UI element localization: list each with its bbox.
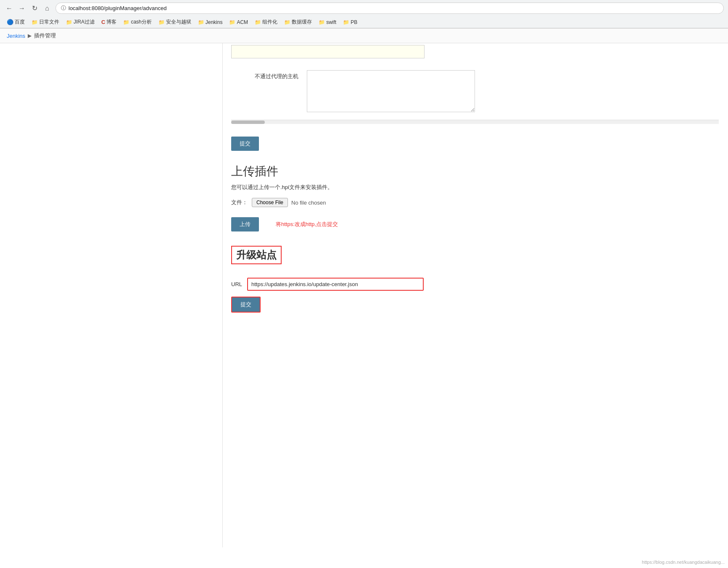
bookmark-daily-label: 日常文件 bbox=[39, 18, 59, 26]
bookmark-acm[interactable]: 📁 ACM bbox=[227, 18, 251, 26]
bookmark-components[interactable]: 📁 组件化 bbox=[252, 18, 280, 26]
upload-plugin-description: 您可以通过上传一个.hpi文件来安装插件。 bbox=[231, 184, 719, 191]
url-text: localhost:8080/pluginManager/advanced bbox=[69, 5, 166, 11]
folder-icon-cache: 📁 bbox=[284, 19, 290, 25]
forward-button[interactable]: → bbox=[17, 3, 27, 13]
nav-bar: ← → ↻ ⌂ ⓘ localhost:8080/pluginManager/a… bbox=[0, 0, 728, 16]
bookmark-components-label: 组件化 bbox=[262, 18, 277, 26]
choose-file-button[interactable]: Choose File bbox=[252, 198, 288, 207]
bookmark-cache-label: 数据缓存 bbox=[292, 18, 312, 26]
folder-icon-cash: 📁 bbox=[123, 19, 129, 25]
folder-icon-acm: 📁 bbox=[229, 19, 235, 25]
proxy-row: 不通过代理的主机 bbox=[231, 67, 719, 116]
file-label: 文件： bbox=[231, 199, 248, 206]
main-container: 不通过代理的主机 提交 上传插件 您可以通过上传一个.hpi文件来安装插件。 文… bbox=[0, 43, 728, 547]
folder-icon-components: 📁 bbox=[255, 19, 261, 25]
bookmark-security-label: 安全与越狱 bbox=[166, 18, 191, 26]
file-input-row: 文件： Choose File No file chosen bbox=[231, 198, 719, 207]
bookmark-acm-label: ACM bbox=[237, 19, 248, 25]
proxy-textarea[interactable] bbox=[307, 70, 475, 112]
bookmark-cash-label: cash分析 bbox=[131, 18, 151, 26]
upgrade-site-section: 升级站点 URL 提交 bbox=[231, 246, 719, 313]
bookmark-pb-label: PB bbox=[351, 19, 357, 25]
proxy-submit-button[interactable]: 提交 bbox=[231, 137, 259, 151]
csdn-icon: C bbox=[101, 19, 105, 25]
bookmark-baidu-label: 百度 bbox=[15, 18, 25, 26]
bookmarks-bar: 🔵 百度 📁 日常文件 📁 JIRA过滤 C 博客 📁 cash分析 📁 安全与… bbox=[0, 16, 728, 28]
bookmark-blog[interactable]: C 博客 bbox=[99, 18, 119, 26]
nav-icons: ← → ↻ ⌂ bbox=[4, 3, 52, 13]
no-file-text: No file chosen bbox=[291, 200, 326, 206]
left-panel bbox=[0, 43, 223, 547]
top-input-area bbox=[231, 43, 719, 63]
bookmark-blog-label: 博客 bbox=[106, 18, 116, 26]
upload-plugin-section: 上传插件 您可以通过上传一个.hpi文件来安装插件。 文件： Choose Fi… bbox=[231, 163, 719, 236]
horizontal-scrollbar[interactable] bbox=[231, 120, 719, 124]
breadcrumb-separator: ▶ bbox=[28, 33, 32, 39]
bookmark-swift-label: swift bbox=[326, 19, 336, 25]
bookmark-jenkins-label: Jenkins bbox=[206, 19, 223, 25]
proxy-submit-area: 提交 bbox=[231, 132, 719, 155]
top-input-field[interactable] bbox=[231, 45, 425, 58]
lock-icon: ⓘ bbox=[61, 5, 66, 12]
baidu-icon: 🔵 bbox=[7, 19, 13, 25]
file-input-wrapper: Choose File No file chosen bbox=[252, 198, 326, 207]
bookmark-pb[interactable]: 📁 PB bbox=[340, 18, 360, 26]
folder-icon-security: 📁 bbox=[158, 19, 165, 25]
home-button[interactable]: ⌂ bbox=[42, 3, 52, 13]
upload-button[interactable]: 上传 bbox=[231, 217, 259, 231]
bookmark-security[interactable]: 📁 安全与越狱 bbox=[156, 18, 194, 26]
bookmark-swift[interactable]: 📁 swift bbox=[316, 18, 339, 26]
upload-button-row: 上传 将https:改成http,点击提交 bbox=[231, 213, 719, 236]
breadcrumb-plugin-manager: 插件管理 bbox=[34, 32, 56, 39]
upload-annotation: 将https:改成http,点击提交 bbox=[276, 221, 338, 228]
folder-icon-pb: 📁 bbox=[343, 19, 349, 25]
upgrade-title-wrapper: 升级站点 bbox=[231, 246, 719, 271]
folder-icon-swift: 📁 bbox=[319, 19, 325, 25]
upload-plugin-title: 上传插件 bbox=[231, 163, 719, 179]
url-label: URL bbox=[231, 281, 242, 287]
reload-button[interactable]: ↻ bbox=[29, 3, 40, 13]
url-row: URL bbox=[231, 278, 719, 291]
breadcrumb-jenkins[interactable]: Jenkins bbox=[7, 33, 25, 39]
folder-icon-jira: 📁 bbox=[66, 19, 72, 25]
bookmark-daily-files[interactable]: 📁 日常文件 bbox=[29, 18, 62, 26]
upgrade-site-title: 升级站点 bbox=[231, 246, 282, 264]
scrollbar-thumb[interactable] bbox=[231, 121, 265, 124]
bookmark-jenkins[interactable]: 📁 Jenkins bbox=[195, 18, 225, 26]
bookmark-jira-label: JIRA过滤 bbox=[74, 18, 95, 26]
content-area: 不通过代理的主机 提交 上传插件 您可以通过上传一个.hpi文件来安装插件。 文… bbox=[223, 43, 727, 547]
bookmark-baidu[interactable]: 🔵 百度 bbox=[4, 18, 27, 26]
bookmark-cash[interactable]: 📁 cash分析 bbox=[121, 18, 154, 26]
proxy-section: 不通过代理的主机 bbox=[231, 63, 719, 116]
back-button[interactable]: ← bbox=[4, 3, 14, 13]
address-bar[interactable]: ⓘ localhost:8080/pluginManager/advanced bbox=[55, 3, 724, 14]
bookmark-data-cache[interactable]: 📁 数据缓存 bbox=[282, 18, 314, 26]
breadcrumb: Jenkins ▶ 插件管理 bbox=[0, 29, 728, 43]
bookmark-jira[interactable]: 📁 JIRA过滤 bbox=[63, 18, 97, 26]
folder-icon-jenkins: 📁 bbox=[198, 19, 204, 25]
browser-chrome: ← → ↻ ⌂ ⓘ localhost:8080/pluginManager/a… bbox=[0, 0, 728, 29]
folder-icon: 📁 bbox=[32, 19, 38, 25]
proxy-label: 不通过代理的主机 bbox=[231, 70, 298, 80]
upgrade-submit-button[interactable]: 提交 bbox=[231, 297, 261, 313]
url-input[interactable] bbox=[247, 278, 424, 291]
